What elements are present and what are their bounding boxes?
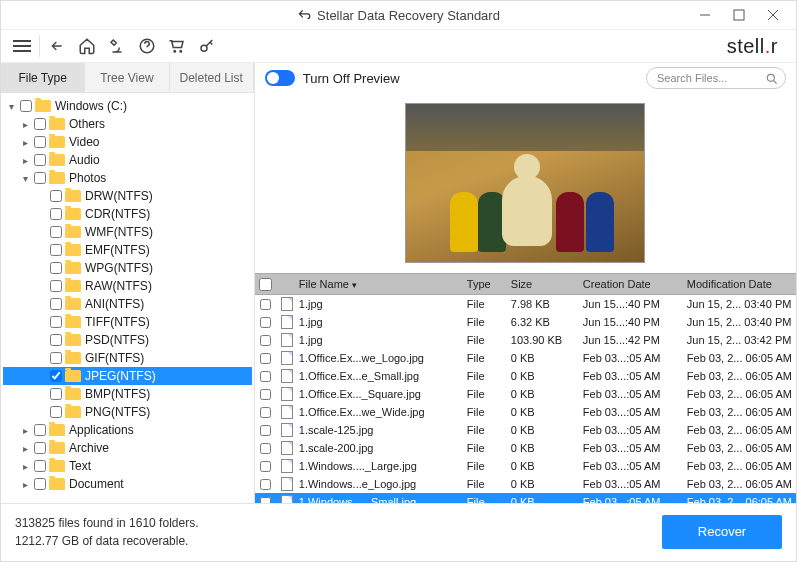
tree-node-root[interactable]: ▾Windows (C:) [3, 97, 252, 115]
tree-node[interactable]: ▸Archive [3, 439, 252, 457]
back-icon[interactable] [42, 31, 72, 61]
file-icon [281, 315, 293, 329]
expand-icon[interactable]: ▸ [19, 425, 31, 436]
file-icon [281, 387, 293, 401]
file-grid[interactable]: 1.jpgFile7.98 KBJun 15...:40 PMJun 15, 2… [255, 295, 796, 503]
svg-rect-1 [734, 10, 744, 20]
cell-name: 1.jpg [295, 298, 463, 310]
tree-node[interactable]: PNG(NTFS) [3, 403, 252, 421]
tree-node[interactable]: RAW(NTFS) [3, 277, 252, 295]
file-row[interactable]: 1.Office.Ex...e_Small.jpgFile0 KBFeb 03.… [255, 367, 796, 385]
row-checkbox[interactable] [260, 407, 271, 418]
help-icon[interactable] [132, 31, 162, 61]
svg-point-8 [201, 45, 207, 51]
col-header-creation[interactable]: Creation Date [579, 278, 683, 290]
file-row[interactable]: 1.jpgFile6.32 KBJun 15...:40 PMJun 15, 2… [255, 313, 796, 331]
row-checkbox[interactable] [260, 353, 271, 364]
row-checkbox[interactable] [260, 425, 271, 436]
search-input[interactable]: Search Files... [646, 67, 786, 89]
tab-tree-view[interactable]: Tree View [85, 63, 169, 92]
tree-node-photos[interactable]: ▾Photos [3, 169, 252, 187]
window-title: Stellar Data Recovery Standard [317, 8, 500, 23]
file-row[interactable]: 1.Office.Ex...we_Logo.jpgFile0 KBFeb 03.… [255, 349, 796, 367]
file-row[interactable]: 1.Windows...e_Logo.jpgFile0 KBFeb 03...:… [255, 475, 796, 493]
row-checkbox[interactable] [260, 479, 271, 490]
tree-checkbox[interactable] [20, 100, 32, 112]
col-header-type[interactable]: Type [463, 278, 507, 290]
file-row[interactable]: 1.jpgFile7.98 KBJun 15...:40 PMJun 15, 2… [255, 295, 796, 313]
tree-node[interactable]: ANI(NTFS) [3, 295, 252, 313]
row-checkbox[interactable] [260, 443, 271, 454]
row-checkbox[interactable] [260, 317, 271, 328]
row-checkbox[interactable] [260, 371, 271, 382]
cell-creation: Feb 03...:05 AM [579, 406, 683, 418]
tree-node[interactable]: ▸Audio [3, 151, 252, 169]
expand-icon[interactable]: ▸ [19, 479, 31, 490]
folder-tree[interactable]: ▾Windows (C:) ▸Others ▸Video ▸Audio ▾Pho… [1, 93, 254, 503]
tree-node[interactable]: GIF(NTFS) [3, 349, 252, 367]
tree-node[interactable]: ▸Video [3, 133, 252, 151]
row-checkbox[interactable] [260, 497, 271, 504]
tree-node[interactable]: BMP(NTFS) [3, 385, 252, 403]
tree-node[interactable]: PSD(NTFS) [3, 331, 252, 349]
cell-creation: Feb 03...:05 AM [579, 442, 683, 454]
select-all-checkbox[interactable] [259, 278, 272, 291]
preview-toggle[interactable] [265, 70, 295, 86]
file-row[interactable]: 1.Office.Ex...we_Wide.jpgFile0 KBFeb 03.… [255, 403, 796, 421]
file-row[interactable]: 1.scale-125.jpgFile0 KBFeb 03...:05 AMFe… [255, 421, 796, 439]
folder-icon [65, 244, 81, 256]
cell-size: 0 KB [507, 460, 579, 472]
collapse-icon[interactable]: ▾ [19, 173, 31, 184]
tree-node[interactable]: WPG(NTFS) [3, 259, 252, 277]
expand-icon[interactable]: ▸ [19, 461, 31, 472]
row-checkbox[interactable] [260, 299, 271, 310]
collapse-icon[interactable]: ▾ [5, 101, 17, 112]
cart-icon[interactable] [162, 31, 192, 61]
key-icon[interactable] [192, 31, 222, 61]
tree-node[interactable]: ▸Text [3, 457, 252, 475]
tree-node[interactable]: DRW(NTFS) [3, 187, 252, 205]
file-icon [281, 351, 293, 365]
tab-deleted-list[interactable]: Deleted List [170, 63, 254, 92]
maximize-button[interactable] [722, 1, 756, 29]
home-icon[interactable] [72, 31, 102, 61]
row-checkbox[interactable] [260, 335, 271, 346]
status-files-found: 313825 files found in 1610 folders. [15, 514, 198, 532]
menu-icon[interactable] [7, 31, 37, 61]
file-row[interactable]: 1.jpgFile103.90 KBJun 15...:42 PMJun 15,… [255, 331, 796, 349]
tree-node[interactable]: WMF(NTFS) [3, 223, 252, 241]
expand-icon[interactable]: ▸ [19, 155, 31, 166]
minimize-button[interactable] [688, 1, 722, 29]
folder-icon [65, 226, 81, 238]
tree-node[interactable]: ▸Applications [3, 421, 252, 439]
expand-icon[interactable]: ▸ [19, 119, 31, 130]
recover-button[interactable]: Recover [662, 515, 782, 549]
close-button[interactable] [756, 1, 790, 29]
row-checkbox[interactable] [260, 461, 271, 472]
file-row[interactable]: 1.Office.Ex..._Square.jpgFile0 KBFeb 03.… [255, 385, 796, 403]
cell-name: 1.Windows...._Small.jpg [295, 496, 463, 503]
cell-type: File [463, 334, 507, 346]
file-row[interactable]: 1.scale-200.jpgFile0 KBFeb 03...:05 AMFe… [255, 439, 796, 457]
cell-creation: Feb 03...:05 AM [579, 388, 683, 400]
tab-file-type[interactable]: File Type [1, 63, 85, 92]
col-header-size[interactable]: Size [507, 278, 579, 290]
microscope-icon[interactable] [102, 31, 132, 61]
expand-icon[interactable]: ▸ [19, 137, 31, 148]
tree-node[interactable]: TIFF(NTFS) [3, 313, 252, 331]
tree-node[interactable]: CDR(NTFS) [3, 205, 252, 223]
expand-icon[interactable]: ▸ [19, 443, 31, 454]
tree-node[interactable]: EMF(NTFS) [3, 241, 252, 259]
tree-node-selected[interactable]: JPEG(NTFS) [3, 367, 252, 385]
col-header-modification[interactable]: Modification Date [683, 278, 796, 290]
folder-icon [65, 352, 81, 364]
tree-node[interactable]: ▸Others [3, 115, 252, 133]
file-row[interactable]: 1.Windows...._Small.jpgFile0 KBFeb 03...… [255, 493, 796, 503]
file-row[interactable]: 1.Windows...._Large.jpgFile0 KBFeb 03...… [255, 457, 796, 475]
tree-node[interactable]: ▸Document [3, 475, 252, 493]
svg-point-9 [767, 74, 774, 81]
cell-modification: Feb 03, 2... 06:05 AM [683, 352, 796, 364]
col-header-name[interactable]: File Name ▾ [295, 278, 463, 290]
row-checkbox[interactable] [260, 389, 271, 400]
cell-size: 0 KB [507, 406, 579, 418]
